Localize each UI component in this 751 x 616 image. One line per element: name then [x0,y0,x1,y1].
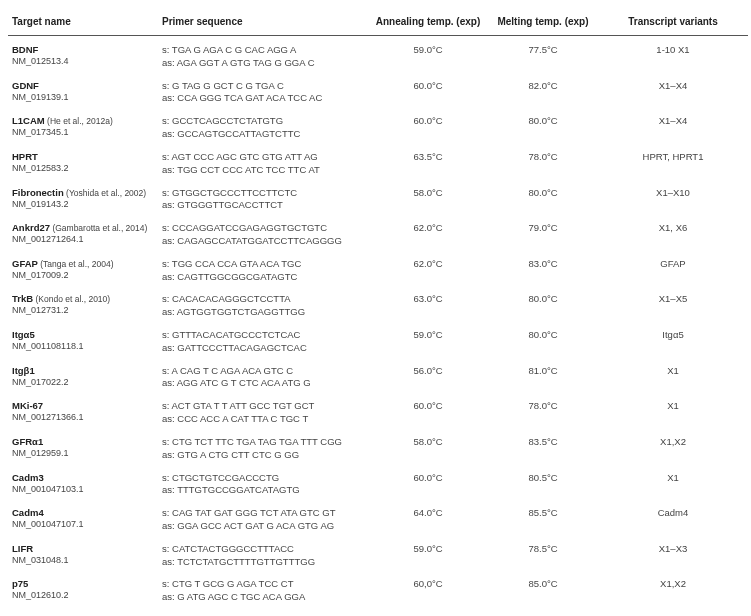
target-name: Ankrd27 (Gambarotta et al., 2014) [12,222,147,233]
cell-variants: X1 [598,360,748,396]
cell-anneal: 63.5°C [368,146,488,182]
accession-number: NM_012731.2 [12,305,154,315]
cell-variants: X1–X3 [598,538,748,574]
primer-antisense: as: TGG CCT CCC ATC TCC TTC AT [162,164,364,177]
cell-primer: s: ACT GTA T T ATT GCC TGT GCTas: CCC AC… [158,395,368,431]
target-name: GFRα1 [12,436,43,447]
cell-variants: X1–X4 [598,75,748,111]
target-reference: (Kondo et al., 2010) [33,294,110,304]
primer-sense: s: GCCTCAGCCTCTATGTG [162,115,364,128]
cell-anneal: 55.0°C [368,609,488,616]
accession-number: NM_001108118.1 [12,341,154,351]
cell-target: GFRα1NM_012959.1 [8,431,158,467]
primer-sense: s: AGT CCC AGC GTC GTG ATT AG [162,151,364,164]
target-name: Itgα5 [12,329,35,340]
cell-target: L1CAM (He et al., 2012a)NM_017345.1 [8,110,158,146]
target-name: Cadm3 [12,472,44,483]
accession-number: NM_017345.1 [12,127,154,137]
accession-number: NM_017022.2 [12,377,154,387]
primer-antisense: as: CAGAGCCATATGGATCCTTCAGGGG [162,235,364,248]
table-row: Cadm3NM_001047103.1s: CTGCTGTCCGACCCTGas… [8,467,748,503]
cell-target: TrkB (Kondo et al., 2010)NM_012731.2 [8,288,158,324]
cell-primer: s: CTG TCT TTC TGA TAG TGA TTT CGGas: GT… [158,431,368,467]
accession-number: NM_019143.2 [12,199,154,209]
cell-melt: 78.0°C [488,395,598,431]
primer-antisense: as: AGTGGTGGTCTGAGGTTGG [162,306,364,319]
cell-primer: s: CTG T GCG G AGA TCC CTas: G ATG AGC C… [158,573,368,609]
cell-variants: Hspa1a, Hspa1b, Hspa1l [598,609,748,616]
cell-primer: s: A CAG T C AGA ACA GTC Cas: AGG ATC G … [158,360,368,396]
cell-melt: 78.0°C [488,146,598,182]
primer-antisense: as: CCA GGG TCA GAT ACA TCC AC [162,92,364,105]
primer-antisense: as: G ATG AGC C TGC ACA GGA [162,591,364,604]
primer-sense: s: A CAG T C AGA ACA GTC C [162,365,364,378]
cell-target: p75NM_012610.2 [8,573,158,609]
cell-anneal: 60.0°C [368,75,488,111]
col-primer: Primer sequence [158,10,368,36]
cell-anneal: 63.0°C [368,288,488,324]
accession-number: NM_012513.4 [12,56,154,66]
cell-melt: 82.0°C [488,75,598,111]
primer-sense: s: ACT GTA T T ATT GCC TGT GCT [162,400,364,413]
target-reference: (He et al., 2012a) [45,116,113,126]
cell-anneal: 60.0°C [368,395,488,431]
primer-table: Target name Primer sequence Annealing te… [8,10,748,616]
cell-primer: s: CTGCTGTCCGACCCTGas: TTTGTGCCGGATCATAG… [158,467,368,503]
accession-number: NM_012610.2 [12,590,154,600]
cell-variants: Itgα5 [598,324,748,360]
cell-target: Cadm3NM_001047103.1 [8,467,158,503]
cell-anneal: 56.0°C [368,360,488,396]
cell-target: BDNFNM_012513.4 [8,36,158,75]
cell-primer: s: GTTTACACATGCCCTCTCACas: GATTCCCTTACAG… [158,324,368,360]
accession-number: NM_019139.1 [12,92,154,102]
cell-melt: 80.0°C [488,324,598,360]
table-row: BDNFNM_012513.4s: TGA G AGA C G CAC AGG … [8,36,748,75]
cell-target: GDNFNM_019139.1 [8,75,158,111]
cell-melt: 80.0°C [488,288,598,324]
target-reference: (Tanga et al., 2004) [38,259,114,269]
cell-anneal: 64.0°C [368,502,488,538]
cell-target: GFAP (Tanga et al., 2004)NM_017009.2 [8,253,158,289]
primer-sense: s: CTGCTGTCCGACCCTG [162,472,364,485]
primer-sense: s: CTG T GCG G AGA TCC CT [162,578,364,591]
cell-anneal: 58.0°C [368,182,488,218]
primer-sense: s: CTG TCT TTC TGA TAG TGA TTT CGG [162,436,364,449]
table-row: MKi-67NM_001271366.1s: ACT GTA T T ATT G… [8,395,748,431]
accession-number: NM_012959.1 [12,448,154,458]
primer-sense: s: GTTTACACATGCCCTCTCAC [162,329,364,342]
primer-sense: s: CACACACAGGGCTCCTTA [162,293,364,306]
cell-target: Itgβ1NM_017022.2 [8,360,158,396]
primer-antisense: as: AGA GGT A GTG TAG G GGA C [162,57,364,70]
accession-number: NM_001271264.1 [12,234,154,244]
primer-antisense: as: CAGTTGGCGGCGATAGTC [162,271,364,284]
cell-anneal: 60.0°C [368,110,488,146]
cell-primer: s: TGG CCA CCA GTA ACA TGCas: CAGTTGGCGG… [158,253,368,289]
primer-antisense: as: AGG ATC G T CTC ACA ATG G [162,377,364,390]
cell-target: MKi-67NM_001271366.1 [8,395,158,431]
cell-variants: X1 [598,467,748,503]
table-row: GDNFNM_019139.1s: G TAG G GCT C G TGA Ca… [8,75,748,111]
target-name: L1CAM (He et al., 2012a) [12,115,113,126]
table-row: p75NM_012610.2s: CTG T GCG G AGA TCC CTa… [8,573,748,609]
cell-anneal: 60.0°C [368,467,488,503]
cell-variants: 1-10 X1 [598,36,748,75]
cell-variants: X1,X2 [598,431,748,467]
cell-anneal: 58.0°C [368,431,488,467]
cell-anneal: 62.0°C [368,253,488,289]
cell-primer: s: GCCTCAGCCTCTATGTGas: GCCAGTGCCATTAGTC… [158,110,368,146]
cell-target: Cadm4NM_001047107.1 [8,502,158,538]
cell-primer: s: CCCAGGATCCGAGAGGTGCTGTCas: CAGAGCCATA… [158,217,368,253]
accession-number: NM_001271366.1 [12,412,154,422]
primer-antisense: as: GTGGGTTGCACCTTCT [162,199,364,212]
cell-melt: 79.0°C [488,217,598,253]
primer-sense: s: CCCAGGATCCGAGAGGTGCTGTC [162,222,364,235]
target-reference: (Gambarotta et al., 2014) [50,223,147,233]
cell-variants: X1,X2 [598,573,748,609]
table-row: LIFRNM_031048.1s: CATCTACTGGGCCTTTACCas:… [8,538,748,574]
cell-melt: 85.0°C [488,609,598,616]
primer-antisense: as: GGA GCC ACT GAT G ACA GTG AG [162,520,364,533]
accession-number: NM_017009.2 [12,270,154,280]
col-variants: Transcript variants [598,10,748,36]
table-row: Itgα5NM_001108118.1s: GTTTACACATGCCCTCTC… [8,324,748,360]
primer-antisense: as: CCC ACC A CAT TTA C TGC T [162,413,364,426]
